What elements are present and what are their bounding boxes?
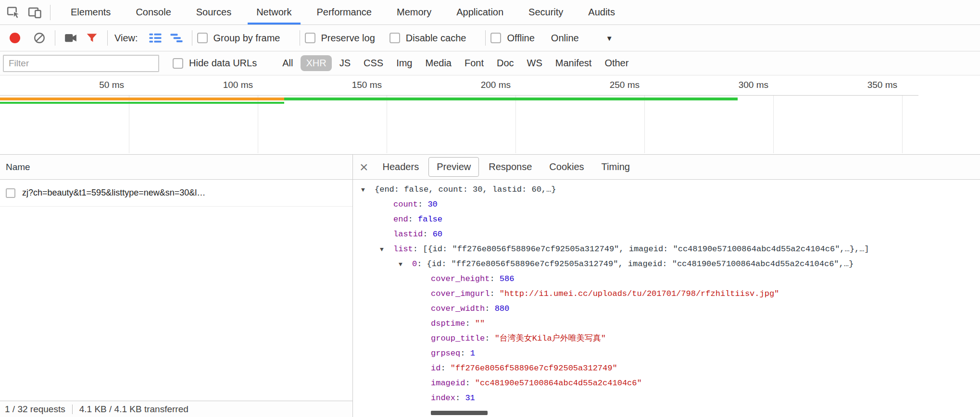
detail-tab-cookies[interactable]: Cookies <box>541 158 591 176</box>
expand-arrow-icon[interactable]: ▼ <box>361 183 375 197</box>
tree-line[interactable]: ▼list: [{id: "ff276e8056f58896e7cf92505a… <box>353 242 980 257</box>
json-num: 31 <box>465 393 475 403</box>
disable-cache-checkbox[interactable]: Disable cache <box>389 33 466 44</box>
filter-type-doc[interactable]: Doc <box>491 55 519 71</box>
tab-security[interactable]: Security <box>516 0 576 25</box>
expand-arrow-icon[interactable]: ▼ <box>380 243 393 257</box>
hide-data-urls-checkbox[interactable]: Hide data URLs <box>173 58 257 69</box>
detail-tab-timing[interactable]: Timing <box>594 158 638 176</box>
tree-line[interactable]: ▼imageid: "cc48190e57100864abc4d55a2c410… <box>353 376 980 391</box>
device-toolbar-icon[interactable] <box>24 2 45 23</box>
tree-line[interactable]: ▼dsptime: "" <box>353 317 980 331</box>
filter-input[interactable] <box>3 55 159 72</box>
json-key: index <box>431 393 455 403</box>
json-key: lastid <box>393 230 423 239</box>
checkbox-label: Offline <box>507 33 534 44</box>
checkbox-box[interactable] <box>305 33 315 43</box>
filter-type-font[interactable]: Font <box>459 55 489 71</box>
filter-type-ws[interactable]: WS <box>522 55 548 71</box>
json-key: group_title <box>431 334 485 343</box>
tree-line[interactable]: ▼grpseq: 1 <box>353 346 980 361</box>
detail-tab-preview[interactable]: Preview <box>428 157 479 177</box>
preserve-log-checkbox[interactable]: Preserve log <box>305 33 375 44</box>
json-str: "" <box>475 319 485 328</box>
filter-type-xhr[interactable]: XHR <box>301 55 331 71</box>
filter-type-media[interactable]: Media <box>420 55 456 71</box>
tree-line[interactable]: ▼count: 30 <box>353 197 980 212</box>
json-key: imageid <box>431 379 465 388</box>
tree-line[interactable]: ▼cover_width: 880 <box>353 302 980 317</box>
filter-type-js[interactable]: JS <box>334 55 356 71</box>
throttling-select[interactable]: Online <box>551 33 579 44</box>
close-icon[interactable]: × <box>360 160 368 174</box>
tree-line[interactable]: ▼end: false <box>353 212 980 227</box>
filter-type-css[interactable]: CSS <box>358 55 389 71</box>
network-toolbar: View: Group by frame Preserve log Disabl… <box>0 25 980 51</box>
tab-application[interactable]: Application <box>444 0 516 25</box>
filter-type-img[interactable]: Img <box>391 55 417 71</box>
tab-sources[interactable]: Sources <box>184 0 244 25</box>
tree-line[interactable]: ▼index: 31 <box>353 391 980 406</box>
request-row[interactable]: zj?ch=beauty&t1=595&listtype=new&sn=30&l… <box>0 180 352 207</box>
show-overview-icon[interactable] <box>166 27 187 49</box>
tree-line[interactable]: ▼lastid: 60 <box>353 227 980 242</box>
detail-tab-headers[interactable]: Headers <box>375 158 427 176</box>
filter-type-other[interactable]: Other <box>599 55 634 71</box>
expand-arrow-icon[interactable]: ▼ <box>399 258 412 272</box>
checkbox-box[interactable] <box>197 33 208 43</box>
large-request-rows-icon[interactable] <box>145 27 166 49</box>
detail-tab-response[interactable]: Response <box>481 158 540 176</box>
checkbox-box[interactable] <box>389 33 400 43</box>
group-by-frame-checkbox[interactable]: Group by frame <box>197 33 280 44</box>
network-main-area: Name zj?ch=beauty&t1=595&listtype=new&sn… <box>0 155 980 417</box>
filter-type-manifest[interactable]: Manifest <box>550 55 597 71</box>
clear-icon[interactable] <box>29 27 50 49</box>
tree-line[interactable]: ▼id: "ff276e8056f58896e7cf92505a312749" <box>353 361 980 376</box>
json-key: id <box>431 364 440 373</box>
chevron-down-icon[interactable]: ▼ <box>606 34 613 42</box>
overview-bar-green-2 <box>0 102 284 104</box>
tab-memory[interactable]: Memory <box>384 0 444 25</box>
inspect-element-icon[interactable] <box>3 2 24 23</box>
json-plain: : <box>460 349 470 358</box>
timeline-gridline <box>644 96 645 153</box>
json-key: cover_width <box>431 304 485 313</box>
json-str: "cc48190e57100864abc4d55a2c4104c6" <box>475 379 642 388</box>
record-button[interactable] <box>10 33 20 43</box>
tree-line[interactable]: ▼0: {id: "ff276e8056f58896e7cf92505a3127… <box>353 257 980 272</box>
tab-network[interactable]: Network <box>244 0 304 25</box>
name-column-header[interactable]: Name <box>0 155 352 180</box>
tab-console[interactable]: Console <box>123 0 183 25</box>
json-plain: : {id: "ff276e8056f58896e7cf92505a312749… <box>417 259 854 269</box>
separator <box>300 30 300 46</box>
tab-elements[interactable]: Elements <box>58 0 123 25</box>
clipped-text-line <box>431 411 488 415</box>
json-plain: {end: false, count: 30, lastid: 60,…} <box>375 185 556 194</box>
tree-line[interactable]: ▼cover_height: 586 <box>353 272 980 287</box>
tree-line[interactable]: ▼{end: false, count: 30, lastid: 60,…} <box>353 183 980 197</box>
json-plain: : <box>485 334 494 343</box>
request-checkbox[interactable] <box>6 188 15 198</box>
details-tab-bar: × HeadersPreviewResponseCookiesTiming <box>353 155 980 180</box>
json-num: false <box>418 215 442 224</box>
tab-performance[interactable]: Performance <box>304 0 385 25</box>
ruler-baseline <box>0 95 918 96</box>
checkbox-box[interactable] <box>490 33 501 43</box>
tree-line[interactable]: ▼cover_imgurl: "http://i1.umei.cc/upload… <box>353 287 980 302</box>
panel-tabs: ElementsConsoleSourcesNetworkPerformance… <box>58 0 628 25</box>
timeline-label: 350 ms <box>835 80 897 90</box>
tree-line[interactable]: ▼group_title: "台湾美女Kila户外唯美写真" <box>353 331 980 346</box>
json-key: count <box>393 200 418 209</box>
json-plain: : <box>455 393 465 403</box>
timeline-overview[interactable]: 50 ms100 ms150 ms200 ms250 ms300 ms350 m… <box>0 75 980 155</box>
checkbox-label: Disable cache <box>406 33 466 44</box>
timeline-label: 150 ms <box>319 80 382 90</box>
json-preview-tree: ▼{end: false, count: 30, lastid: 60,…}▼c… <box>353 180 980 417</box>
filter-funnel-icon[interactable] <box>81 27 102 49</box>
filter-type-all[interactable]: All <box>277 55 298 71</box>
checkbox-box[interactable] <box>173 58 183 69</box>
offline-checkbox[interactable]: Offline <box>490 33 534 44</box>
screen-capture-icon[interactable] <box>60 27 81 49</box>
tab-audits[interactable]: Audits <box>576 0 628 25</box>
detail-tabs: HeadersPreviewResponseCookiesTiming <box>375 157 640 177</box>
